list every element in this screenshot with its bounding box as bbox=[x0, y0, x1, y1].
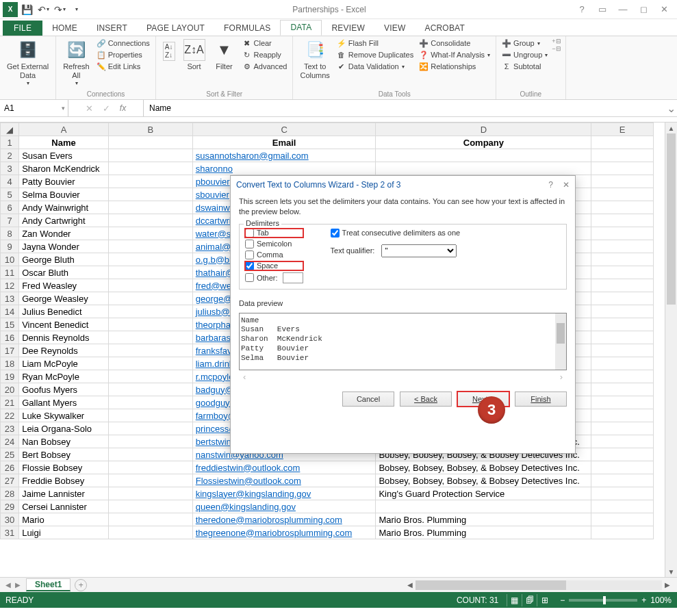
help-icon[interactable]: ? bbox=[574, 2, 589, 17]
expand-formula-icon[interactable]: ⌄ bbox=[665, 100, 677, 116]
email-link[interactable]: dccartwri bbox=[196, 216, 231, 226]
cell[interactable] bbox=[591, 136, 654, 149]
row-header[interactable]: 30 bbox=[1, 513, 19, 526]
delimiter-space-checkbox[interactable]: Space bbox=[245, 261, 303, 270]
cell[interactable]: Goofus Myers bbox=[19, 383, 109, 396]
cell[interactable] bbox=[108, 279, 192, 292]
cell[interactable] bbox=[108, 461, 192, 474]
select-all[interactable]: ◢ bbox=[1, 123, 19, 136]
what-if-analysis-button[interactable]: ❓What-If Analysis▾ bbox=[418, 49, 491, 60]
sheet-nav-next-icon[interactable]: ▶ bbox=[15, 581, 21, 589]
email-link[interactable]: kingslayer@kingslanding.gov bbox=[196, 489, 311, 499]
flash-fill-button[interactable]: ⚡Flash Fill bbox=[335, 38, 415, 49]
advanced-button[interactable]: ⚙Advanced bbox=[241, 61, 289, 72]
row-header[interactable]: 9 bbox=[1, 240, 19, 253]
row-header[interactable]: 22 bbox=[1, 409, 19, 422]
cell[interactable]: Cersei Lannister bbox=[19, 500, 109, 513]
clear-button[interactable]: ✖Clear bbox=[241, 38, 289, 49]
edit-links-button[interactable]: ✏️Edit Links bbox=[95, 61, 151, 72]
subtotal-button[interactable]: ΣSubtotal bbox=[500, 61, 549, 72]
cell[interactable] bbox=[108, 422, 192, 435]
col-header-D[interactable]: D bbox=[376, 123, 591, 136]
cell[interactable] bbox=[108, 526, 192, 539]
cell[interactable]: queen@kingslanding.gov bbox=[192, 500, 376, 513]
row-header[interactable]: 20 bbox=[1, 383, 19, 396]
cell[interactable]: Bobsey, Bobsey, Bobsey, & Bobsey Detecti… bbox=[376, 474, 591, 487]
row-header[interactable]: 1 bbox=[1, 136, 19, 149]
cell[interactable] bbox=[591, 292, 654, 305]
cell[interactable] bbox=[591, 305, 654, 318]
undo-icon[interactable]: ↶▾ bbox=[36, 2, 51, 17]
email-link[interactable]: pbouvier bbox=[196, 177, 230, 187]
tab-view[interactable]: VIEW bbox=[374, 21, 415, 36]
cell[interactable] bbox=[108, 500, 192, 513]
scroll-left-icon[interactable]: ◀ bbox=[405, 581, 416, 589]
tab-home[interactable]: HOME bbox=[42, 21, 87, 36]
cell[interactable] bbox=[108, 487, 192, 500]
cell[interactable] bbox=[591, 448, 654, 461]
delimiter-tab-checkbox[interactable]: Tab bbox=[245, 229, 303, 238]
get-external-data-button[interactable]: 🗄️Get External Data▾ bbox=[4, 38, 51, 88]
cell[interactable]: Selma Bouvier bbox=[19, 188, 109, 201]
delimiter-comma-checkbox[interactable]: Comma bbox=[245, 251, 303, 259]
email-link[interactable]: badguy@ bbox=[196, 385, 234, 395]
row-header[interactable]: 29 bbox=[1, 500, 19, 513]
col-header-C[interactable]: C bbox=[192, 123, 376, 136]
tab-data[interactable]: DATA bbox=[280, 20, 322, 36]
cell[interactable] bbox=[108, 149, 192, 162]
cell[interactable]: kingslayer@kingslanding.gov bbox=[192, 487, 376, 500]
cell[interactable]: Ryan McPoyle bbox=[19, 370, 109, 383]
row-header[interactable]: 27 bbox=[1, 474, 19, 487]
vertical-scrollbar[interactable]: ▲ ▼ bbox=[665, 123, 677, 577]
email-link[interactable]: franksfav bbox=[196, 346, 232, 356]
cell[interactable] bbox=[108, 188, 192, 201]
cell[interactable]: Sharon McKendrick bbox=[19, 162, 109, 175]
email-link[interactable]: fred@we bbox=[196, 281, 231, 291]
cell[interactable] bbox=[591, 487, 654, 500]
row-header[interactable]: 19 bbox=[1, 370, 19, 383]
email-link[interactable]: freddiestwin@outlook.com bbox=[196, 463, 301, 473]
cell[interactable]: Bobsey, Bobsey, Bobsey, & Bobsey Detecti… bbox=[376, 461, 591, 474]
cell[interactable] bbox=[108, 331, 192, 344]
cell[interactable]: Liam McPoyle bbox=[19, 357, 109, 370]
cell[interactable] bbox=[591, 175, 654, 188]
close-icon[interactable]: ✕ bbox=[656, 2, 672, 17]
row-header[interactable]: 15 bbox=[1, 318, 19, 331]
horizontal-scrollbar[interactable]: ◀ ▶ bbox=[91, 580, 673, 590]
email-link[interactable]: thathair@ bbox=[196, 268, 235, 278]
scroll-right-icon[interactable]: ▶ bbox=[662, 581, 673, 589]
view-normal-icon[interactable]: ▦ bbox=[507, 594, 522, 606]
email-link[interactable]: liam.drink bbox=[196, 359, 234, 369]
cell[interactable] bbox=[591, 240, 654, 253]
cell[interactable] bbox=[376, 149, 591, 162]
cell[interactable]: Dennis Reynolds bbox=[19, 331, 109, 344]
cell[interactable]: susannotsharon@gmail.com bbox=[192, 149, 376, 162]
zoom-out-icon[interactable]: − bbox=[560, 595, 565, 605]
cell[interactable]: George Weasley bbox=[19, 292, 109, 305]
cell[interactable] bbox=[591, 201, 654, 214]
cell[interactable]: Oscar Bluth bbox=[19, 266, 109, 279]
cell[interactable]: Andy Cartwright bbox=[19, 214, 109, 227]
cell[interactable] bbox=[591, 422, 654, 435]
sheet-tab[interactable]: Sheet1 bbox=[26, 578, 71, 591]
row-header[interactable]: 17 bbox=[1, 344, 19, 357]
cell[interactable] bbox=[108, 513, 192, 526]
row-header[interactable]: 23 bbox=[1, 422, 19, 435]
row-header[interactable]: 7 bbox=[1, 214, 19, 227]
row-header[interactable]: 3 bbox=[1, 162, 19, 175]
dialog-help-icon[interactable]: ? bbox=[548, 180, 553, 190]
cell[interactable] bbox=[108, 474, 192, 487]
data-validation-button[interactable]: ✔Data Validation▾ bbox=[335, 61, 415, 72]
cell[interactable]: Email bbox=[192, 136, 376, 149]
email-link[interactable]: queen@kingslanding.gov bbox=[196, 502, 296, 512]
ribbon-options-icon[interactable]: ▭ bbox=[595, 2, 610, 17]
row-header[interactable]: 16 bbox=[1, 331, 19, 344]
cell[interactable]: George Bluth bbox=[19, 253, 109, 266]
cell[interactable] bbox=[108, 344, 192, 357]
delimiter-semicolon-checkbox[interactable]: Semicolon bbox=[245, 240, 303, 248]
properties-button[interactable]: 📋Properties bbox=[95, 49, 151, 60]
save-icon[interactable]: 💾 bbox=[19, 2, 34, 17]
cell[interactable] bbox=[591, 149, 654, 162]
sort-az-button[interactable]: A↓Z↓ bbox=[160, 38, 178, 62]
cell[interactable]: Company bbox=[376, 136, 591, 149]
